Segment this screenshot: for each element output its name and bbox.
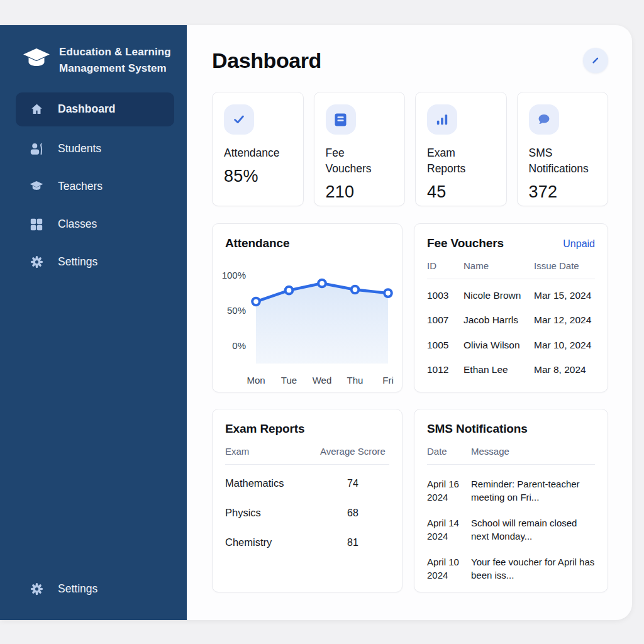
table-row: Physics68 xyxy=(225,498,389,528)
column-header-exam: Exam xyxy=(225,446,316,457)
table-cell: Nicole Brown xyxy=(464,290,534,301)
table-cell: Mar 12, 2024 xyxy=(534,314,595,326)
sms-table-body: April 16 2024Reminder: Parent-teacher me… xyxy=(427,477,595,582)
stat-card-fee-vouchers: Fee Vouchers 210 xyxy=(314,92,406,206)
stat-card-exam-reports: Exam Reports 45 xyxy=(415,92,507,206)
svg-text:Tue: Tue xyxy=(281,375,297,386)
check-icon xyxy=(224,104,254,135)
sidebar-item-classes[interactable]: Classes xyxy=(0,206,187,243)
graduation-cap-icon xyxy=(30,180,43,194)
sidebar: Education & Learning Management System D… xyxy=(0,25,187,620)
exam-reports-card: Exam Reports Exam Average Scrore Mathema… xyxy=(212,409,402,592)
svg-text:Mon: Mon xyxy=(247,375,265,386)
sidebar-item-dashboard[interactable]: Dashboard xyxy=(16,92,174,126)
table-cell: 68 xyxy=(316,508,389,519)
sidebar-item-teachers[interactable]: Teachers xyxy=(0,168,187,206)
sidebar-item-students[interactable]: Students xyxy=(0,130,187,168)
student-icon xyxy=(30,142,43,156)
sidebar-item-label: Students xyxy=(58,142,101,155)
svg-text:Wed: Wed xyxy=(313,375,332,386)
gear-icon xyxy=(30,255,43,269)
table-row: 1007Jacob HarrlsMar 12, 2024 xyxy=(427,308,595,333)
table-cell: 1007 xyxy=(427,314,464,326)
chat-bubble-icon xyxy=(529,104,559,135)
table-cell: 1005 xyxy=(427,340,464,351)
sidebar-item-label: Dashboard xyxy=(58,103,115,116)
pencil-icon xyxy=(590,55,601,66)
app-window: Education & Learning Management System D… xyxy=(0,25,632,620)
table-cell: Reminder: Parent-teacher meeting on Fri.… xyxy=(471,477,595,504)
stat-value: 85% xyxy=(224,167,292,186)
stat-label: Exam Reports xyxy=(427,145,495,177)
attendance-chart: 100%50%0%MonTueWedThuFri xyxy=(213,253,403,387)
column-header-name: Name xyxy=(464,260,534,271)
sidebar-item-settings[interactable]: Settings xyxy=(0,243,187,281)
svg-text:Fri: Fri xyxy=(382,375,394,386)
table-cell: Mar 10, 2024 xyxy=(534,340,595,351)
stat-label: SMS Notifications xyxy=(529,145,597,177)
sidebar-footer: Settings xyxy=(0,571,187,620)
stat-value: 210 xyxy=(326,182,394,202)
table-cell: Your fee voucher for April has been iss.… xyxy=(471,555,595,582)
edit-button[interactable] xyxy=(583,48,608,73)
table-cell: 1003 xyxy=(427,290,464,301)
document-icon xyxy=(326,104,356,135)
card-title: Attendance xyxy=(225,236,289,250)
table-row: April 10 2024Your fee voucher for April … xyxy=(427,555,595,582)
table-cell: Mar 8, 2024 xyxy=(534,364,595,375)
stat-value: 45 xyxy=(427,182,495,202)
table-cell: Jacob Harrls xyxy=(464,314,534,326)
fee-vouchers-table-body: 1003Nicole BrownMar 15, 20241007Jacob Ha… xyxy=(427,279,595,382)
graduation-cap-icon xyxy=(23,48,50,73)
sidebar-item-label: Settings xyxy=(58,255,97,269)
table-cell: Mar 15, 2024 xyxy=(534,290,595,301)
sidebar-footer-settings[interactable]: Settings xyxy=(0,571,187,606)
stat-value: 372 xyxy=(529,182,597,202)
table-cell: 1012 xyxy=(427,364,464,375)
table-cell: Mathematics xyxy=(225,477,316,489)
sidebar-item-label: Classes xyxy=(58,218,97,231)
svg-text:100%: 100% xyxy=(222,270,246,280)
table-row: 1003Nicole BrownMar 15, 2024 xyxy=(427,283,595,308)
table-row: April 16 2024Reminder: Parent-teacher me… xyxy=(427,477,595,504)
svg-text:50%: 50% xyxy=(227,305,246,316)
app-title: Education & Learning Management System xyxy=(59,44,172,77)
stat-cards: Attendance 85% Fee Vouchers 210 xyxy=(212,92,608,206)
sms-notifications-card: SMS Notifications Date Message April 16 … xyxy=(414,409,608,592)
exam-reports-table-body: Mathematics74Physics68Chemistry81 xyxy=(225,465,389,557)
table-cell: Physics xyxy=(225,507,316,519)
stat-card-sms-notifications: SMS Notifications 372 xyxy=(517,92,609,206)
stat-label: Fee Vouchers xyxy=(326,145,394,177)
table-header: ID Name Issue Date xyxy=(427,250,595,279)
app-logo: Education & Learning Management System xyxy=(0,25,187,77)
stat-card-attendance: Attendance 85% xyxy=(212,92,304,206)
card-title: SMS Notifications xyxy=(427,422,595,436)
stat-label: Attendance xyxy=(224,145,292,161)
table-cell: April 16 2024 xyxy=(427,477,471,504)
page-title: Dashboard xyxy=(212,48,321,73)
column-header-message: Message xyxy=(471,446,595,457)
page-header: Dashboard xyxy=(212,48,608,73)
sidebar-nav: Dashboard Students xyxy=(0,92,187,281)
main-content: Dashboard Attendance 85% xyxy=(187,25,632,620)
grid-icon xyxy=(30,218,43,231)
sidebar-item-label: Settings xyxy=(58,582,97,596)
gear-icon xyxy=(30,582,43,596)
column-header-average-score: Average Scrore xyxy=(316,446,389,457)
table-cell: April 10 2024 xyxy=(427,555,471,582)
table-row: Chemistry81 xyxy=(225,528,389,557)
column-header-id: ID xyxy=(427,260,464,271)
table-cell: 74 xyxy=(316,478,389,489)
table-header: Exam Average Scrore xyxy=(225,436,389,465)
table-row: 1012Ethan LeeMar 8, 2024 xyxy=(427,358,595,383)
unpaid-link[interactable]: Unpaid xyxy=(563,238,595,250)
table-cell: Olivia Wilson xyxy=(464,340,534,351)
table-row: 1005Olivia WilsonMar 10, 2024 xyxy=(427,333,595,358)
column-header-date: Date xyxy=(427,446,471,457)
fee-vouchers-card: Fee Vouchers Unpaid ID Name Issue Date 1… xyxy=(414,223,608,392)
table-row: April 14 2024School will remain closed n… xyxy=(427,516,595,543)
table-row: Mathematics74 xyxy=(225,469,389,498)
table-cell: Ethan Lee xyxy=(464,364,534,375)
attendance-chart-card: Attendance 100%50%0%MonTueWedThuFri xyxy=(212,223,402,392)
home-icon xyxy=(30,103,43,116)
